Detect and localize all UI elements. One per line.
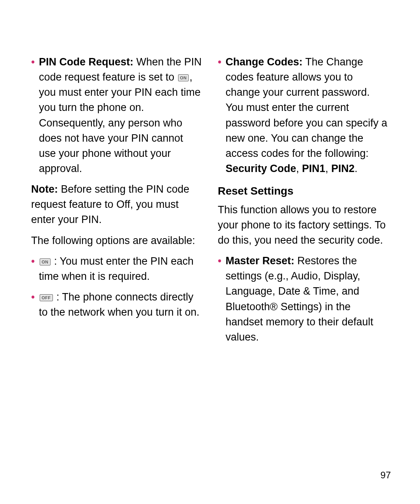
option-on-body: : You must enter the PIN each time when … xyxy=(39,255,194,282)
change-codes-title: Change Codes: xyxy=(226,56,303,68)
master-reset-item: Master Reset: Restores the settings (e.g… xyxy=(218,253,389,345)
master-reset-body: Restores the settings (e.g., Audio, Disp… xyxy=(226,255,373,343)
page-content: PIN Code Request: When the PIN code requ… xyxy=(0,0,420,350)
right-column: Change Codes: The Change codes feature a… xyxy=(218,54,389,350)
options-list: ON : You must enter the PIN each time wh… xyxy=(31,254,202,320)
off-icon: OFF xyxy=(40,294,53,301)
left-bullet-list: PIN Code Request: When the PIN code requ… xyxy=(31,54,202,176)
options-intro: The following options are available: xyxy=(31,233,202,248)
option-off-item: OFF : The phone connects directly to the… xyxy=(31,290,202,320)
pin-code-request-title: PIN Code Request: xyxy=(39,56,133,68)
option-on-item: ON : You must enter the PIN each time wh… xyxy=(31,254,202,284)
reset-settings-body: This function allows you to restore your… xyxy=(218,202,389,248)
pin-code-request-item: PIN Code Request: When the PIN code requ… xyxy=(31,54,202,176)
sep2: , xyxy=(326,163,331,174)
change-codes-item: Change Codes: The Change codes feature a… xyxy=(218,54,389,176)
change-codes-body: The Change codes feature allows you to c… xyxy=(226,56,387,159)
sep1: , xyxy=(296,163,302,174)
reset-settings-heading: Reset Settings xyxy=(218,183,389,199)
pin-code-request-body-after: , you must enter your PIN each time you … xyxy=(39,71,201,174)
left-column: PIN Code Request: When the PIN code requ… xyxy=(31,54,202,350)
master-reset-list: Master Reset: Restores the settings (e.g… xyxy=(218,253,389,345)
pin2-label: PIN2 xyxy=(331,163,355,174)
pin1-label: PIN1 xyxy=(302,163,326,174)
period: . xyxy=(355,163,358,174)
on-icon: ON xyxy=(178,74,189,81)
option-off-body: : The phone connects directly to the net… xyxy=(39,291,200,318)
master-reset-title: Master Reset: xyxy=(226,255,294,267)
security-code-label: Security Code xyxy=(226,163,296,174)
page-number: 97 xyxy=(380,470,391,481)
on-icon: ON xyxy=(40,258,51,265)
note-paragraph: Note: Before setting the PIN code reques… xyxy=(31,182,202,227)
right-bullet-list: Change Codes: The Change codes feature a… xyxy=(218,54,389,176)
note-title: Note: xyxy=(31,183,58,195)
